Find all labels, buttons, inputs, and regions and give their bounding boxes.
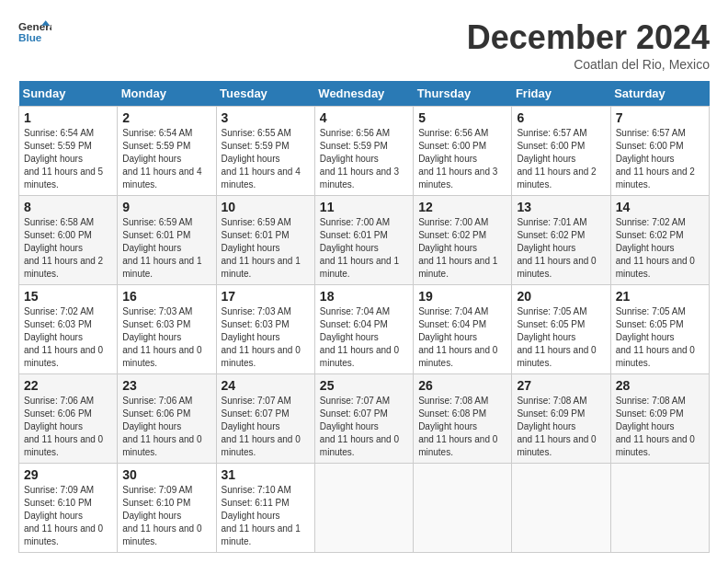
header-thursday: Thursday bbox=[414, 81, 512, 107]
calendar-cell: 16 Sunrise: 7:03 AM Sunset: 6:03 PM Dayl… bbox=[118, 285, 216, 374]
day-number: 1 bbox=[24, 110, 112, 125]
day-number: 3 bbox=[222, 110, 310, 125]
day-detail: Sunrise: 7:07 AM Sunset: 6:07 PM Dayligh… bbox=[320, 395, 408, 459]
day-number: 11 bbox=[320, 200, 408, 214]
day-detail: Sunrise: 7:09 AM Sunset: 6:10 PM Dayligh… bbox=[24, 484, 112, 548]
logo: General Blue bbox=[18, 18, 51, 44]
day-number: 24 bbox=[222, 378, 310, 393]
day-detail: Sunrise: 6:55 AM Sunset: 5:59 PM Dayligh… bbox=[222, 127, 310, 191]
day-number: 30 bbox=[122, 467, 210, 482]
month-title: December 2024 bbox=[467, 18, 710, 57]
day-detail: Sunrise: 7:00 AM Sunset: 6:02 PM Dayligh… bbox=[418, 216, 506, 281]
day-detail: Sunrise: 6:59 AM Sunset: 6:01 PM Dayligh… bbox=[122, 216, 210, 281]
calendar-cell: 9 Sunrise: 6:59 AM Sunset: 6:01 PM Dayli… bbox=[118, 196, 216, 285]
day-detail: Sunrise: 6:57 AM Sunset: 6:00 PM Dayligh… bbox=[517, 127, 605, 191]
day-number: 14 bbox=[616, 200, 704, 214]
day-detail: Sunrise: 7:08 AM Sunset: 6:09 PM Dayligh… bbox=[517, 395, 605, 459]
svg-text:Blue: Blue bbox=[18, 31, 42, 43]
day-detail: Sunrise: 7:09 AM Sunset: 6:10 PM Dayligh… bbox=[122, 484, 210, 548]
calendar-cell: 13 Sunrise: 7:01 AM Sunset: 6:02 PM Dayl… bbox=[512, 196, 610, 285]
day-detail: Sunrise: 7:03 AM Sunset: 6:03 PM Dayligh… bbox=[222, 305, 310, 370]
calendar-cell: 7 Sunrise: 6:57 AM Sunset: 6:00 PM Dayli… bbox=[610, 107, 709, 196]
day-number: 16 bbox=[122, 289, 210, 304]
day-detail: Sunrise: 7:04 AM Sunset: 6:04 PM Dayligh… bbox=[320, 305, 408, 370]
calendar-cell: 3 Sunrise: 6:55 AM Sunset: 5:59 PM Dayli… bbox=[216, 107, 314, 196]
location: Coatlan del Rio, Mexico bbox=[467, 57, 710, 72]
calendar-cell: 5 Sunrise: 6:56 AM Sunset: 6:00 PM Dayli… bbox=[414, 107, 512, 196]
calendar-cell: 25 Sunrise: 7:07 AM Sunset: 6:07 PM Dayl… bbox=[314, 374, 413, 464]
day-detail: Sunrise: 6:54 AM Sunset: 5:59 PM Dayligh… bbox=[24, 127, 112, 191]
calendar-cell: 12 Sunrise: 7:00 AM Sunset: 6:02 PM Dayl… bbox=[414, 196, 512, 285]
calendar-cell: 21 Sunrise: 7:05 AM Sunset: 6:05 PM Dayl… bbox=[610, 285, 709, 374]
calendar-cell: 18 Sunrise: 7:04 AM Sunset: 6:04 PM Dayl… bbox=[314, 285, 413, 374]
day-number: 23 bbox=[122, 378, 210, 393]
calendar-cell: 27 Sunrise: 7:08 AM Sunset: 6:09 PM Dayl… bbox=[512, 374, 610, 464]
calendar-cell: 4 Sunrise: 6:56 AM Sunset: 5:59 PM Dayli… bbox=[314, 107, 413, 196]
day-detail: Sunrise: 7:03 AM Sunset: 6:03 PM Dayligh… bbox=[122, 305, 210, 370]
calendar-cell bbox=[512, 464, 610, 553]
day-number: 28 bbox=[616, 378, 704, 393]
calendar-cell: 22 Sunrise: 7:06 AM Sunset: 6:06 PM Dayl… bbox=[19, 374, 118, 464]
day-number: 13 bbox=[517, 200, 605, 214]
week-row-3: 15 Sunrise: 7:02 AM Sunset: 6:03 PM Dayl… bbox=[19, 285, 710, 374]
day-number: 21 bbox=[616, 289, 704, 304]
day-detail: Sunrise: 7:08 AM Sunset: 6:09 PM Dayligh… bbox=[616, 395, 704, 459]
day-detail: Sunrise: 7:07 AM Sunset: 6:07 PM Dayligh… bbox=[222, 395, 310, 459]
calendar-cell bbox=[314, 464, 413, 553]
title-block: December 2024 Coatlan del Rio, Mexico bbox=[467, 18, 710, 72]
day-detail: Sunrise: 7:06 AM Sunset: 6:06 PM Dayligh… bbox=[122, 395, 210, 459]
page-header: General Blue December 2024 Coatlan del R… bbox=[18, 18, 710, 72]
calendar-cell: 24 Sunrise: 7:07 AM Sunset: 6:07 PM Dayl… bbox=[216, 374, 314, 464]
day-number: 26 bbox=[418, 378, 506, 393]
calendar-cell bbox=[610, 464, 709, 553]
calendar-cell: 19 Sunrise: 7:04 AM Sunset: 6:04 PM Dayl… bbox=[414, 285, 512, 374]
day-headers-row: Sunday Monday Tuesday Wednesday Thursday… bbox=[19, 81, 710, 107]
calendar-cell: 28 Sunrise: 7:08 AM Sunset: 6:09 PM Dayl… bbox=[610, 374, 709, 464]
day-number: 7 bbox=[616, 110, 704, 125]
calendar-cell: 20 Sunrise: 7:05 AM Sunset: 6:05 PM Dayl… bbox=[512, 285, 610, 374]
calendar-cell: 29 Sunrise: 7:09 AM Sunset: 6:10 PM Dayl… bbox=[19, 464, 118, 553]
day-detail: Sunrise: 7:00 AM Sunset: 6:01 PM Dayligh… bbox=[320, 216, 408, 281]
header-sunday: Sunday bbox=[19, 81, 118, 107]
day-number: 6 bbox=[517, 110, 605, 125]
calendar-cell: 11 Sunrise: 7:00 AM Sunset: 6:01 PM Dayl… bbox=[314, 196, 413, 285]
day-detail: Sunrise: 7:02 AM Sunset: 6:03 PM Dayligh… bbox=[24, 305, 112, 370]
header-tuesday: Tuesday bbox=[216, 81, 314, 107]
calendar-cell: 30 Sunrise: 7:09 AM Sunset: 6:10 PM Dayl… bbox=[118, 464, 216, 553]
header-wednesday: Wednesday bbox=[314, 81, 413, 107]
calendar-cell: 23 Sunrise: 7:06 AM Sunset: 6:06 PM Dayl… bbox=[118, 374, 216, 464]
day-number: 8 bbox=[24, 200, 112, 214]
calendar-cell bbox=[414, 464, 512, 553]
day-number: 20 bbox=[517, 289, 605, 304]
day-number: 9 bbox=[122, 200, 210, 214]
day-detail: Sunrise: 6:58 AM Sunset: 6:00 PM Dayligh… bbox=[24, 216, 112, 281]
header-saturday: Saturday bbox=[610, 81, 709, 107]
day-number: 27 bbox=[517, 378, 605, 393]
day-number: 22 bbox=[24, 378, 112, 393]
day-number: 2 bbox=[122, 110, 210, 125]
day-detail: Sunrise: 6:56 AM Sunset: 5:59 PM Dayligh… bbox=[320, 127, 408, 191]
header-friday: Friday bbox=[512, 81, 610, 107]
day-number: 25 bbox=[320, 378, 408, 393]
calendar-cell: 10 Sunrise: 6:59 AM Sunset: 6:01 PM Dayl… bbox=[216, 196, 314, 285]
week-row-5: 29 Sunrise: 7:09 AM Sunset: 6:10 PM Dayl… bbox=[19, 464, 710, 553]
calendar-cell: 26 Sunrise: 7:08 AM Sunset: 6:08 PM Dayl… bbox=[414, 374, 512, 464]
day-detail: Sunrise: 6:59 AM Sunset: 6:01 PM Dayligh… bbox=[222, 216, 310, 281]
header-monday: Monday bbox=[118, 81, 216, 107]
day-detail: Sunrise: 7:05 AM Sunset: 6:05 PM Dayligh… bbox=[517, 305, 605, 370]
day-number: 17 bbox=[222, 289, 310, 304]
day-detail: Sunrise: 7:04 AM Sunset: 6:04 PM Dayligh… bbox=[418, 305, 506, 370]
day-detail: Sunrise: 7:10 AM Sunset: 6:11 PM Dayligh… bbox=[222, 484, 310, 548]
calendar-cell: 2 Sunrise: 6:54 AM Sunset: 5:59 PM Dayli… bbox=[118, 107, 216, 196]
calendar-cell: 15 Sunrise: 7:02 AM Sunset: 6:03 PM Dayl… bbox=[19, 285, 118, 374]
day-detail: Sunrise: 7:02 AM Sunset: 6:02 PM Dayligh… bbox=[616, 216, 704, 281]
calendar-table: Sunday Monday Tuesday Wednesday Thursday… bbox=[18, 81, 710, 553]
calendar-cell: 17 Sunrise: 7:03 AM Sunset: 6:03 PM Dayl… bbox=[216, 285, 314, 374]
calendar-cell: 6 Sunrise: 6:57 AM Sunset: 6:00 PM Dayli… bbox=[512, 107, 610, 196]
day-number: 15 bbox=[24, 289, 112, 304]
day-detail: Sunrise: 7:05 AM Sunset: 6:05 PM Dayligh… bbox=[616, 305, 704, 370]
calendar-cell: 31 Sunrise: 7:10 AM Sunset: 6:11 PM Dayl… bbox=[216, 464, 314, 553]
day-number: 19 bbox=[418, 289, 506, 304]
day-detail: Sunrise: 6:56 AM Sunset: 6:00 PM Dayligh… bbox=[418, 127, 506, 191]
day-detail: Sunrise: 7:01 AM Sunset: 6:02 PM Dayligh… bbox=[517, 216, 605, 281]
